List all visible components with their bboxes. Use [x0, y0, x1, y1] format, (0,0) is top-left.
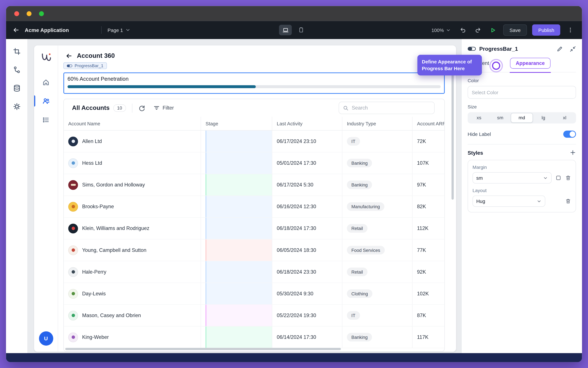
clipboard-icon	[298, 27, 304, 33]
size-option-md[interactable]: md	[511, 113, 533, 123]
mobile-preview-button[interactable]	[295, 25, 307, 35]
stage-badge: Maturing	[205, 131, 272, 152]
workflow-tool-button[interactable]	[10, 64, 23, 76]
last-activity: 06/17/2024 5:30	[272, 174, 342, 195]
size-option-xl[interactable]: xl	[554, 113, 575, 123]
table-row[interactable]: Young, Campbell and Sutton Adoption 06/0…	[64, 239, 444, 261]
table-title: All Accounts	[72, 104, 109, 111]
layout-select[interactable]: Hug	[472, 195, 545, 207]
table-row[interactable]: King-Weber Renewing 06/14/2024 17:30 Ban…	[64, 326, 444, 348]
page-selector[interactable]: Page 1	[107, 27, 130, 33]
selected-widget-tag[interactable]: ProgressBar_1	[63, 62, 107, 69]
table-row[interactable]: Day-Lewis Maturing 05/30/2024 9:30 Cloth…	[64, 283, 444, 305]
margin-select[interactable]: sm	[472, 172, 552, 184]
table-row[interactable]: Hess Ltd Maturing 05/01/2024 17:30 Banki…	[64, 152, 444, 174]
table-row[interactable]: Hale-Perry Maturing 06/18/2024 23:30 Ret…	[64, 261, 444, 283]
industry-badge: Banking	[347, 333, 372, 341]
onboarding-tooltip: Define Appearance of Progress Bar Here	[418, 55, 482, 76]
delete-margin-button[interactable]	[565, 175, 571, 181]
add-style-button[interactable]	[570, 149, 576, 156]
refresh-button[interactable]	[138, 104, 145, 111]
table-row[interactable]: Brooks-Payne Maturing 06/16/2024 12:30 M…	[64, 196, 444, 218]
search-input[interactable]	[352, 105, 430, 111]
size-option-lg[interactable]: lg	[533, 113, 554, 123]
company-avatar	[68, 202, 78, 211]
column-header[interactable]: Account Name	[64, 117, 201, 130]
page-back-icon[interactable]	[66, 53, 72, 59]
refresh-icon	[138, 104, 145, 111]
gear-icon	[13, 103, 21, 110]
nav-accounts[interactable]	[34, 93, 58, 109]
desktop-preview-button[interactable]	[279, 25, 292, 35]
filter-icon	[153, 105, 160, 111]
delete-layout-button[interactable]	[565, 198, 571, 204]
datasource-tool-button[interactable]	[10, 82, 23, 94]
builder-header: Acme Application Page 1 100%	[6, 21, 582, 39]
table-row[interactable]: Klein, Williams and Rodriguez Maturing 0…	[64, 218, 444, 239]
device-preview-group	[279, 25, 307, 35]
last-activity: 06/16/2024 12:30	[272, 196, 342, 217]
undo-button[interactable]	[458, 25, 468, 35]
color-select-input[interactable]	[468, 86, 576, 99]
size-option-xs[interactable]: xs	[468, 113, 490, 123]
zoom-window-button[interactable]	[39, 11, 44, 16]
panel-divider	[468, 144, 576, 145]
plus-icon	[570, 149, 576, 156]
settings-tool-button[interactable]	[10, 100, 23, 113]
tab-appearance[interactable]: Appearance	[510, 58, 550, 69]
column-header[interactable]: Stage	[201, 117, 272, 130]
table-toolbar: All Accounts 10 Filter	[64, 99, 444, 117]
progress-bar-widget[interactable]: 60% Account Penetration	[63, 73, 445, 94]
back-icon[interactable]	[13, 27, 19, 33]
horizontal-scrollbar[interactable]	[65, 348, 341, 350]
column-header[interactable]: Industry Type	[342, 117, 412, 130]
zoom-control[interactable]: 100%	[431, 27, 451, 33]
home-icon	[42, 79, 49, 86]
rename-widget-button[interactable]	[557, 46, 563, 52]
account-arr: 97K	[412, 174, 445, 195]
user-avatar[interactable]: U	[39, 331, 53, 346]
spotlight-highlight	[490, 59, 503, 73]
run-button[interactable]	[488, 25, 498, 35]
publish-button[interactable]: Publish	[532, 24, 560, 36]
hide-label-row: Hide Label	[468, 131, 576, 138]
vertical-scrollbar[interactable]	[452, 61, 454, 200]
column-header[interactable]: Account ARR	[412, 117, 445, 130]
account-arr: 92K	[412, 261, 445, 283]
size-segmented-control: xs sm md lg xl	[468, 112, 576, 123]
account-arr: 72K	[412, 131, 445, 152]
app-canvas: U Account 360 ProgressBar_1	[34, 45, 456, 352]
more-menu-button[interactable]	[565, 25, 575, 35]
accounts-table-widget: All Accounts 10 Filter	[63, 99, 445, 351]
layout-row: Hug	[472, 195, 571, 207]
nav-home[interactable]	[34, 74, 58, 91]
progress-track	[68, 85, 441, 88]
close-window-button[interactable]	[14, 11, 19, 16]
progressbar-widget-icon	[468, 46, 476, 51]
table-row[interactable]: Allen Ltd Maturing 06/17/2024 23:10 IT 7…	[64, 131, 444, 152]
size-label: Size	[468, 104, 576, 110]
industry-badge: Retail	[347, 224, 367, 233]
box-icon	[555, 175, 561, 181]
table-row[interactable]: Mason, Casey and Obrien Onboarding 05/22…	[64, 305, 444, 326]
redo-button[interactable]	[473, 25, 483, 35]
save-button[interactable]: Save	[503, 24, 527, 36]
search-icon	[343, 105, 349, 111]
company-avatar	[68, 267, 78, 277]
hide-label-toggle[interactable]	[563, 131, 576, 138]
table-row[interactable]: Sims, Gordon and Holloway Renewing 06/17…	[64, 174, 444, 196]
collapse-panel-button[interactable]	[570, 46, 576, 52]
filter-button[interactable]: Filter	[153, 105, 174, 111]
canvas-tool-button[interactable]	[10, 45, 23, 58]
last-activity: 06/14/2024 17:30	[272, 326, 342, 348]
widget-name: ProgressBar_1	[479, 46, 518, 52]
column-header[interactable]: Last Activity	[272, 117, 342, 130]
size-option-sm[interactable]: sm	[490, 113, 511, 123]
margin-box-button[interactable]	[555, 175, 561, 181]
minimize-window-button[interactable]	[27, 11, 32, 16]
app-logo	[39, 51, 53, 64]
last-activity: 05/22/2024 19:30	[272, 305, 342, 326]
margin-label: Margin	[472, 165, 571, 170]
property-panel: ProgressBar_1 Content Appearance Color	[461, 39, 582, 353]
nav-tasks[interactable]	[34, 111, 58, 128]
